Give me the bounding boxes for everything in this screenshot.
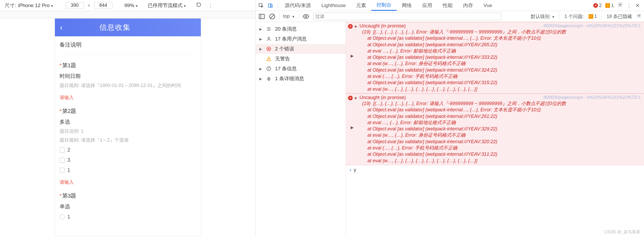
sidebar-item-messages[interactable]: ▶20 条消息 bbox=[256, 24, 346, 34]
warn-count-badge[interactable]: !1 bbox=[605, 3, 614, 8]
rotate-icon[interactable] bbox=[196, 2, 202, 9]
question-title: *第1题 bbox=[60, 62, 196, 69]
checkbox-icon bbox=[60, 158, 65, 163]
clear-console-icon[interactable] bbox=[269, 13, 276, 20]
gear-icon[interactable] bbox=[618, 2, 623, 9]
bug-icon bbox=[266, 76, 272, 82]
context-select[interactable]: top ▼ bbox=[283, 14, 295, 19]
chevron-right-icon: ▶ bbox=[259, 67, 263, 71]
prompt-caret-icon: › bbox=[350, 167, 351, 173]
emulator-panel: 尺寸: iPhone 12 Pro▼ × 99%▼ 已停用节流模式▼ ⋮ ‹ 信… bbox=[0, 0, 256, 237]
error-source[interactable]: :8000/#/pages/xxsj/x···s%22%3A%221%22%7D… bbox=[543, 23, 641, 28]
chevron-right-icon[interactable]: ▶ bbox=[351, 54, 354, 58]
chevron-down-icon: ▼ bbox=[292, 15, 295, 19]
question-sub: 多选 bbox=[60, 118, 196, 125]
hidden-count[interactable]: 18 条已隐藏 bbox=[607, 13, 632, 20]
zoom-select[interactable]: 99%▼ bbox=[124, 3, 138, 8]
required-star: * bbox=[60, 193, 62, 199]
ruler-bar bbox=[0, 11, 255, 18]
sidebar-item-user[interactable]: ▶17 条用户消息 bbox=[256, 34, 346, 44]
svg-point-13 bbox=[268, 37, 270, 39]
back-icon[interactable]: ‹ bbox=[60, 23, 63, 32]
sidebar-item-warnings[interactable]: ▶无警告 bbox=[256, 54, 346, 64]
level-select[interactable]: 默认级别 ▼ bbox=[531, 13, 555, 20]
radio-option[interactable]: 1 bbox=[60, 214, 196, 220]
sidebar-item-errors[interactable]: ▶2 个错误 bbox=[256, 44, 346, 54]
error-count-badge[interactable]: ✕2 bbox=[593, 3, 602, 8]
width-input[interactable] bbox=[66, 2, 84, 9]
console-output[interactable]: ✕ ▶ Uncaught (in promise) :8000/#/pages/… bbox=[346, 22, 644, 237]
question-sub: 单选 bbox=[60, 203, 196, 210]
phone-body: 备注说明 *第1题 时间日期 题目规则: 请选择『1900-01-01～2099… bbox=[55, 36, 201, 232]
issues-label: 1 个问题: bbox=[565, 13, 584, 20]
kebab-icon[interactable]: ⋮ bbox=[626, 2, 632, 9]
console-sidebar: ▶20 条消息 ▶17 条用户消息 ▶2 个错误 ▶无警告 ▶17 条信息 ▶1… bbox=[256, 22, 346, 237]
question-note: 题目说明: 1 bbox=[60, 128, 196, 134]
error-title: Uncaught (in promise) bbox=[360, 23, 406, 29]
error-icon bbox=[266, 46, 272, 52]
page-title: 信息收集 bbox=[99, 22, 131, 32]
chevron-right-icon: ▶ bbox=[259, 37, 263, 41]
info-icon bbox=[266, 66, 272, 72]
sidebar-item-verbose[interactable]: ▶1 条详细消息 bbox=[256, 74, 346, 84]
prompt-input[interactable]: y bbox=[354, 167, 356, 173]
tab-vue[interactable]: Vue bbox=[478, 0, 497, 11]
chevron-down-icon: ▼ bbox=[183, 4, 186, 8]
tab-lighthouse[interactable]: Lighthouse bbox=[316, 0, 351, 11]
inspect-icon[interactable] bbox=[257, 2, 265, 9]
kebab-icon[interactable]: ⋮ bbox=[208, 2, 213, 9]
console-toolbar: top ▼ 默认级别 ▼ 1 个问题: !1 18 条已隐藏 bbox=[256, 11, 644, 22]
user-icon bbox=[266, 36, 272, 42]
device-select[interactable]: iPhone 12 Pro▼ bbox=[18, 3, 53, 8]
chevron-right-icon[interactable]: ▶ bbox=[351, 125, 354, 130]
device-toggle-icon[interactable] bbox=[267, 2, 274, 9]
chevron-down-icon: ▼ bbox=[552, 15, 555, 19]
checkbox-option[interactable]: 3 bbox=[60, 157, 196, 163]
required-star: * bbox=[60, 108, 62, 114]
throttle-select[interactable]: 已停用节流模式▼ bbox=[148, 2, 186, 9]
tab-performance[interactable]: 性能 bbox=[437, 0, 458, 11]
error-stack: (19) [{…}, {…}, {…}, {…}, Error: 请输入『-99… bbox=[348, 100, 641, 164]
live-expr-icon[interactable] bbox=[303, 13, 309, 20]
tab-console[interactable]: 控制台 bbox=[371, 0, 397, 11]
tab-network[interactable]: 网络 bbox=[397, 0, 417, 11]
radio-icon bbox=[60, 214, 65, 219]
tab-application[interactable]: 应用 bbox=[417, 0, 437, 11]
filter-input[interactable] bbox=[313, 13, 501, 20]
tab-sources[interactable]: 源代码/来源 bbox=[280, 0, 316, 11]
error-icon: ✕ bbox=[348, 96, 353, 100]
phone-header: ‹ 信息收集 bbox=[55, 19, 201, 36]
console-error[interactable]: ✕ ▶ Uncaught (in promise) :8000/#/pages/… bbox=[346, 22, 644, 94]
tab-memory[interactable]: 内存 bbox=[458, 0, 478, 11]
question-title: *第2题 bbox=[60, 107, 196, 115]
close-icon[interactable]: ✕ bbox=[635, 2, 640, 9]
remark-row[interactable]: 备注说明 bbox=[60, 41, 196, 55]
checkbox-option[interactable]: 2 bbox=[60, 147, 196, 153]
error-source[interactable]: :8000/#/pages/xxsj/x···s%22%3A%221%22%7D… bbox=[543, 95, 641, 100]
chevron-down-icon: ▼ bbox=[50, 4, 54, 8]
question-title: *第3题 bbox=[60, 192, 196, 199]
sidebar-item-info[interactable]: ▶17 条信息 bbox=[256, 64, 346, 74]
chevron-right-icon[interactable]: ▶ bbox=[355, 96, 357, 100]
console-prompt[interactable]: › y bbox=[346, 165, 644, 175]
issues-badge[interactable]: !1 bbox=[589, 14, 597, 19]
console-error[interactable]: ✕ ▶ Uncaught (in promise) :8000/#/pages/… bbox=[346, 94, 644, 165]
chevron-right-icon: ▶ bbox=[259, 47, 263, 51]
checkbox-icon bbox=[60, 147, 65, 153]
warn-icon: ! bbox=[589, 14, 593, 19]
question-rule: 题目规则: 请选择『1～2』个选项 bbox=[60, 137, 196, 143]
question-error: 请输入 bbox=[60, 94, 196, 101]
svg-rect-0 bbox=[259, 3, 262, 7]
svg-rect-4 bbox=[259, 14, 264, 19]
emulator-toolbar: 尺寸: iPhone 12 Pro▼ × 99%▼ 已停用节流模式▼ ⋮ bbox=[0, 0, 255, 11]
devtools-tabbar: 源代码/来源 Lighthouse 元素 控制台 网络 应用 性能 内存 Vue… bbox=[256, 0, 644, 11]
chevron-right-icon[interactable]: ▶ bbox=[355, 24, 357, 28]
chevron-down-icon: ▼ bbox=[135, 4, 138, 8]
gear-icon[interactable] bbox=[637, 13, 641, 19]
svg-point-21 bbox=[269, 67, 269, 68]
checkbox-option[interactable]: 1 bbox=[60, 167, 196, 173]
sidebar-toggle-icon[interactable] bbox=[258, 13, 265, 20]
height-input[interactable] bbox=[94, 2, 112, 9]
tab-elements[interactable]: 元素 bbox=[351, 0, 371, 11]
question-3: *第3题 单选 1 bbox=[60, 192, 196, 220]
